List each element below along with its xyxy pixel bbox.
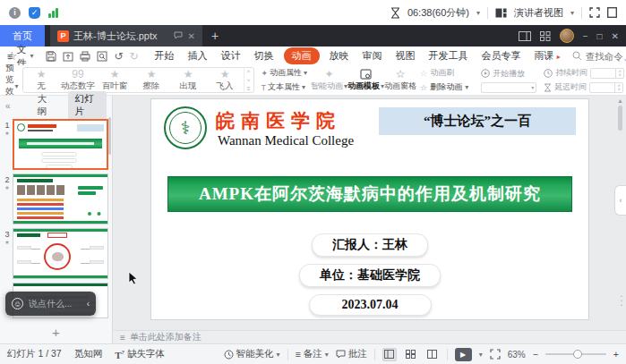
preview-effect-button[interactable]: ☆ 预览效果▾: [5, 67, 19, 93]
slide-1-editor[interactable]: ⚕ 皖南医学院 Wannan Medical College “博士论坛”之一百…: [150, 98, 589, 320]
info-icon[interactable]: i: [9, 7, 21, 19]
gallery-item-blinds[interactable]: ★百叶窗: [97, 68, 133, 92]
timer-label[interactable]: 06:38(60分钟): [407, 6, 469, 20]
menu-transition[interactable]: 切换: [251, 47, 278, 64]
animation-properties-button[interactable]: ✦动画属性▾: [262, 67, 308, 79]
print-icon[interactable]: [80, 51, 90, 62]
menu-member[interactable]: 会员专享: [478, 47, 525, 64]
missing-font-button[interactable]: T? 缺失字体: [115, 348, 165, 360]
slide-thumbnail-3[interactable]: [13, 228, 108, 279]
collapse-panel-icon[interactable]: «: [5, 101, 11, 111]
chat-collapse-icon[interactable]: ‹: [87, 299, 90, 309]
timer-caret-icon[interactable]: ▾: [476, 9, 480, 17]
apps-grid-icon[interactable]: [540, 31, 551, 41]
normal-view-button[interactable]: [382, 348, 397, 361]
duration-down-icon[interactable]: ˅: [619, 73, 622, 77]
play-options-caret-icon[interactable]: ▾: [479, 351, 483, 359]
zoom-in-button[interactable]: +: [613, 349, 619, 360]
reading-view-button[interactable]: [425, 348, 440, 361]
gallery-more-icon[interactable]: ≡: [247, 86, 251, 91]
animation-brush-button[interactable]: ☆动画刷: [420, 67, 468, 79]
fullscreen-icon[interactable]: [589, 7, 600, 18]
split-view-icon[interactable]: [519, 31, 531, 41]
presenter-pill[interactable]: 汇报人：王林: [312, 233, 428, 257]
notes-placeholder[interactable]: 单击此处添加备注: [130, 331, 202, 343]
menu-rain-class[interactable]: 雨课 ▸: [531, 47, 564, 64]
delay-field[interactable]: 延迟时间˄˅: [544, 81, 624, 93]
emoji-icon[interactable]: ☺: [12, 298, 23, 309]
save-icon[interactable]: [46, 51, 56, 62]
menu-devtools[interactable]: 开发工具: [425, 47, 472, 64]
delay-spinner[interactable]: ˄˅: [589, 82, 623, 93]
gallery-item-none[interactable]: ★无: [23, 68, 60, 92]
date-pill[interactable]: 2023.07.04: [309, 294, 432, 316]
output-icon[interactable]: [63, 51, 73, 62]
menu-animation[interactable]: 动画: [284, 47, 320, 64]
forum-series-box[interactable]: “博士论坛”之一百: [379, 107, 576, 135]
scroll-up-icon[interactable]: ▲: [616, 97, 624, 104]
command-search[interactable]: [572, 51, 626, 62]
minimize-button[interactable]: −: [583, 31, 588, 41]
search-input[interactable]: [586, 51, 626, 62]
menu-review[interactable]: 审阅: [359, 47, 386, 64]
slide-count-label[interactable]: 幻灯片 1 / 37: [7, 348, 62, 360]
play-slideshow-button[interactable]: ▶: [455, 348, 472, 361]
comment-button[interactable]: 批注: [336, 348, 367, 360]
menu-view[interactable]: 视图: [392, 47, 419, 64]
zoom-out-button[interactable]: −: [533, 349, 538, 360]
delete-animation-button[interactable]: ☆删除动画▾: [420, 81, 468, 93]
document-tab[interactable]: P 王林-博士论坛.pptx ✕: [50, 25, 202, 47]
college-logo[interactable]: ⚕: [164, 106, 207, 149]
duration-spinner[interactable]: ˄˅: [590, 68, 624, 79]
slide-thumbnail-1[interactable]: [13, 119, 108, 170]
college-name-cn[interactable]: 皖南医学院: [216, 108, 341, 133]
gallery-up-icon[interactable]: ˄: [247, 69, 251, 74]
gallery-item-wipe[interactable]: ★擦除: [133, 68, 170, 92]
redo-icon[interactable]: ↻: [130, 50, 139, 63]
gallery-item-dynamic-number[interactable]: 99动态数字: [60, 68, 97, 92]
slide-thumbnail-2[interactable]: ☻☻: [13, 174, 108, 224]
tab-slides[interactable]: 幻灯片: [68, 91, 107, 120]
trigger-dropdown[interactable]: ▾: [481, 82, 536, 93]
expand-right-panel-button[interactable]: ‹: [614, 185, 626, 216]
new-tab-button[interactable]: +: [211, 29, 219, 43]
fit-slide-icon[interactable]: [490, 349, 501, 360]
chat-overlay[interactable]: ☺ 说点什么... ‹: [5, 292, 96, 316]
undo-icon[interactable]: ↺: [114, 50, 123, 63]
source-site-label[interactable]: 觅知网: [74, 348, 103, 360]
menu-insert[interactable]: 插入: [184, 47, 211, 64]
chat-placeholder[interactable]: 说点什么...: [29, 298, 81, 310]
print-preview-icon[interactable]: [97, 51, 107, 62]
presenter-caret-icon[interactable]: ▾: [570, 9, 574, 17]
slide-title-banner[interactable]: AMPK在阿尔茨海默病中的作用及机制研究: [167, 176, 572, 212]
zoom-slider-knob[interactable]: [573, 350, 582, 359]
zoom-percent-label[interactable]: 63%: [508, 350, 526, 360]
shield-check-icon[interactable]: ✓: [29, 7, 40, 19]
user-avatar[interactable]: [560, 29, 574, 43]
smart-animation-button[interactable]: ✦ 智能动画▾: [311, 67, 347, 93]
tab-outline[interactable]: 大纲: [30, 91, 61, 120]
side-panel-icon[interactable]: [607, 7, 617, 18]
gallery-scroll-buttons[interactable]: ˄˅≡: [244, 68, 253, 92]
restore-button[interactable]: □: [597, 31, 603, 41]
animation-template-button[interactable]: 动画模板▾: [347, 67, 384, 93]
notes-toggle-button[interactable]: ≡ 备注 ▾: [296, 348, 329, 360]
add-slide-button[interactable]: +: [0, 325, 112, 340]
gallery-item-fly-in[interactable]: ★飞入: [207, 68, 244, 92]
duration-field[interactable]: 持续时间˄˅: [544, 67, 624, 79]
animation-pane-button[interactable]: ☆ 动画窗格: [384, 67, 416, 93]
menu-start[interactable]: 开始: [151, 47, 178, 64]
close-tab-icon[interactable]: ✕: [188, 31, 195, 41]
comment-bubble-icon[interactable]: [174, 31, 183, 39]
close-window-button[interactable]: ✕: [612, 31, 619, 41]
delay-down-icon[interactable]: ˅: [618, 88, 621, 91]
slide-sorter-view-button[interactable]: [404, 348, 418, 361]
zoom-slider[interactable]: [545, 353, 606, 355]
text-properties-button[interactable]: T文本属性▾: [262, 81, 308, 93]
menu-design[interactable]: 设计: [218, 47, 244, 64]
smart-beautify-button[interactable]: 智能美化 ▾: [224, 348, 280, 360]
notes-bar[interactable]: ≡ 单击此处添加备注: [113, 330, 626, 343]
college-name-en[interactable]: Wannan Medical College: [218, 133, 354, 148]
start-play-button[interactable]: 开始播放: [481, 68, 536, 80]
unit-pill[interactable]: 单位：基础医学院: [299, 264, 441, 287]
